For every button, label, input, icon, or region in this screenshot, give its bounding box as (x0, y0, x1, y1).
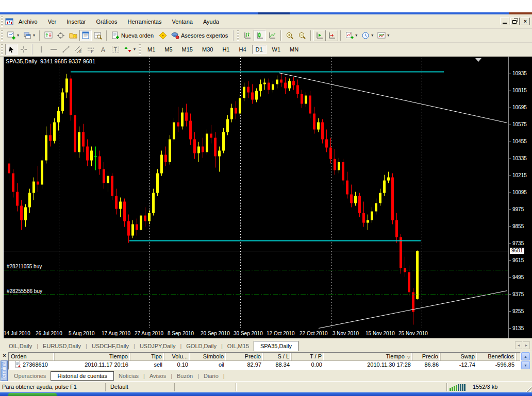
fibonacci-button[interactable]: F (85, 44, 97, 55)
chart-tab-golddaily[interactable]: GOLD,Daily (181, 341, 221, 351)
channel-button[interactable]: E (72, 44, 85, 55)
favorites-button[interactable] (67, 30, 79, 41)
dropdown-arrow-icon[interactable]: ▾ (355, 33, 357, 38)
chart-tab-oilm15[interactable]: OIL,M15 (223, 341, 254, 351)
status-profile[interactable]: Default (110, 384, 128, 390)
chart-tab-usdchfdaily[interactable]: USDCHF,Daily (87, 341, 134, 351)
expert-advisors-button[interactable]: Asesores expertos (169, 30, 231, 41)
dropdown-arrow-icon[interactable]: ▾ (371, 33, 373, 38)
column-header-volu[interactable]: Volu... (164, 353, 190, 360)
cursor-button[interactable] (5, 44, 18, 55)
chart-line-button[interactable] (266, 30, 278, 41)
arrows-button[interactable]: ▾ (122, 44, 138, 55)
menu-item-insertar[interactable]: Insertar (61, 16, 91, 27)
column-header-tiempo[interactable]: Tiempo (55, 353, 130, 360)
column-header-tp[interactable]: T / P (292, 353, 324, 360)
new-chart-button[interactable]: ▾ (5, 30, 21, 41)
chart-tab-oildaily[interactable]: OIL,Daily (4, 341, 37, 351)
profiles-button[interactable]: ▾ (21, 30, 37, 41)
crosshair-target-button[interactable] (55, 30, 67, 41)
menu-item-archivo[interactable]: Archivo (13, 16, 43, 27)
column-header-precio[interactable]: Precio (413, 353, 441, 360)
terminal-tab-operaciones[interactable]: Operaciones (9, 372, 51, 380)
account-history-table[interactable]: OrdenTiempoTipoVolu...SímboloPrecioS / L… (8, 352, 521, 370)
terminal-close-button[interactable]: × (1, 353, 8, 359)
menu-item-ayuda[interactable]: Ayuda (198, 16, 224, 27)
menu-item-herramientas[interactable]: Herramientas (122, 16, 167, 27)
mq-logo-button[interactable] (157, 30, 169, 41)
dropdown-arrow-icon[interactable]: ▾ (17, 33, 19, 38)
chart-tab-eurusddaily[interactable]: EURUSD,Daily (38, 341, 86, 351)
toolbar-grip[interactable] (1, 44, 3, 55)
market-watch-button[interactable] (79, 30, 92, 41)
column-header-precio[interactable]: Precio (226, 353, 263, 360)
chart-candles-button[interactable] (254, 30, 266, 41)
menu-item-graficos[interactable]: Gráficos (91, 16, 123, 27)
table-row[interactable]: 273686102010.11.17 20:16sell0.10oil82.97… (9, 361, 520, 369)
start-button-sliver[interactable] (8, 393, 57, 396)
column-header-tipo[interactable]: Tipo (130, 353, 164, 360)
column-header-beneficios[interactable]: Beneficios (477, 353, 517, 360)
crosshair-tool-button[interactable] (18, 44, 30, 55)
column-header-swap[interactable]: Swap (441, 353, 477, 360)
zoom-out-button[interactable] (296, 30, 308, 41)
timeframe-m30[interactable]: M30 (198, 45, 217, 54)
terminal-tab-historial-de-cuentas[interactable]: Historial de cuentas (51, 371, 114, 381)
templates-button[interactable]: ▾ (375, 30, 391, 41)
column-header-smbolo[interactable]: Símbolo (190, 353, 226, 360)
timeframe-h1[interactable]: H1 (219, 45, 233, 54)
indicators-button[interactable]: ▾ (343, 30, 359, 41)
close-button[interactable]: × (521, 18, 530, 25)
trend-line-button[interactable] (60, 44, 72, 55)
timeframe-d1[interactable]: D1 (252, 45, 267, 54)
column-header-sl[interactable]: S / L (263, 353, 292, 360)
timeframe-h4[interactable]: H4 (235, 45, 250, 54)
timeframe-m5[interactable]: M5 (161, 45, 176, 54)
chart-shift-button[interactable] (326, 30, 338, 41)
navigator-button[interactable] (92, 30, 104, 41)
minimize-button[interactable] (500, 18, 509, 25)
auto-scroll-button[interactable] (313, 30, 326, 41)
horizontal-line-button[interactable] (47, 44, 60, 55)
resize-grip[interactable] (524, 385, 531, 392)
scroll-up-button[interactable]: ▲ (521, 352, 530, 360)
timeframe-w1[interactable]: W1 (269, 45, 285, 54)
scroll-tabs-right-button[interactable]: ► (523, 341, 530, 349)
price-chart-plot[interactable]: #28211055 buy#28255586 buy (4, 57, 508, 330)
text-button[interactable]: A (97, 44, 109, 55)
chart-tab-spa35daily[interactable]: SPA35,Daily (254, 341, 298, 351)
toolbar-grip[interactable] (139, 44, 141, 55)
column-header-tiempo[interactable]: Tiempo▽ (324, 353, 413, 360)
toolbar-grip[interactable] (237, 30, 239, 41)
timeframe-m15[interactable]: M15 (178, 45, 196, 54)
date-axis[interactable]: 14 Jul 201026 Jul 20105 Aug 201017 Aug 2… (4, 330, 508, 338)
terminal-panel-caption[interactable]: Terminal (1, 360, 8, 381)
timeframe-m1[interactable]: M1 (144, 45, 159, 54)
scroll-tabs-left-button[interactable]: ◄ (515, 341, 522, 349)
toolbar-grip[interactable] (1, 30, 3, 41)
chart-window[interactable]: #28211055 buy#28255586 buy SPA35,Daily 9… (3, 57, 532, 338)
menubar-grip[interactable] (1, 16, 3, 27)
timeframe-mn[interactable]: MN (286, 45, 302, 54)
terminal-tab-buzon[interactable]: Buzón (172, 372, 197, 380)
menu-item-ventana[interactable]: Ventana (167, 16, 198, 27)
chart-tab-usdjpydaily[interactable]: USDJPY,Daily (135, 341, 180, 351)
terminal-tab-noticias[interactable]: Noticias (114, 372, 143, 380)
dropdown-arrow-icon[interactable]: ▾ (387, 33, 389, 38)
price-axis[interactable]: 1093510815106951057510455103351021510095… (508, 57, 532, 338)
chart-bars-button[interactable] (241, 30, 254, 41)
dropdown-arrow-icon[interactable]: ▾ (33, 33, 35, 38)
new-order-button[interactable]: Nueva orden (109, 30, 157, 41)
vertical-line-button[interactable] (35, 44, 47, 55)
scroll-down-button[interactable]: ▼ (521, 361, 530, 369)
dropdown-arrow-icon[interactable]: ▾ (134, 47, 136, 52)
column-header-orden[interactable]: Orden (9, 353, 55, 360)
periods-button[interactable]: ▾ (359, 30, 375, 41)
menu-item-ver[interactable]: Ver (43, 16, 62, 27)
zoom-in-button[interactable] (284, 30, 296, 41)
restore-button[interactable] (510, 18, 520, 25)
chart-cycle-button[interactable] (42, 30, 55, 41)
terminal-tab-avisos[interactable]: Avisos (145, 372, 171, 380)
terminal-tab-diario[interactable]: Diario (199, 372, 223, 380)
text-label-button[interactable]: T (109, 44, 122, 55)
